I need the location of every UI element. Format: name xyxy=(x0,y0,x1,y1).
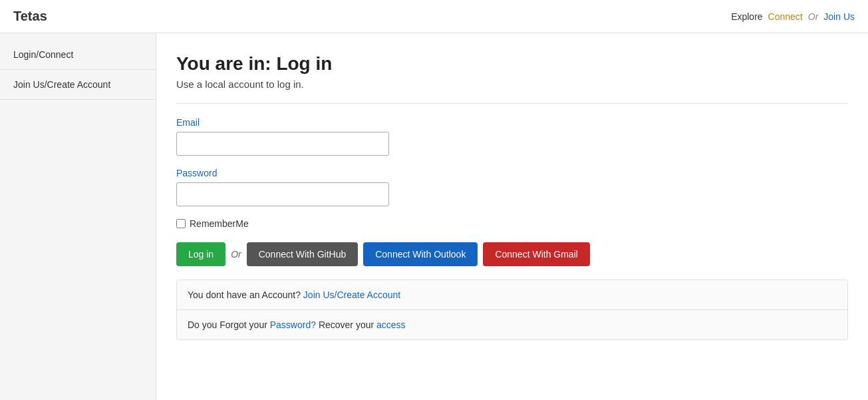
main-content: You are in: Log in Use a local account t… xyxy=(156,33,868,400)
navbar-right: Explore Connect Or Join Us xyxy=(731,11,855,22)
nav-connect[interactable]: Connect xyxy=(768,11,803,22)
remember-me-label: RememberMe xyxy=(190,218,249,229)
forgot-text2: Recover your xyxy=(316,319,376,330)
buttons-row: Log in Or Connect With GitHub Connect Wi… xyxy=(176,242,848,266)
gmail-button[interactable]: Connect With Gmail xyxy=(483,242,589,266)
info-row-forgot: Do you Forgot your Password? Recover you… xyxy=(177,310,847,339)
no-account-text: You dont have an Account? xyxy=(188,290,303,300)
sidebar-item-login[interactable]: Login/Connect xyxy=(0,40,156,70)
navbar: Tetas Explore Connect Or Join Us xyxy=(0,0,868,33)
buttons-or-separator: Or xyxy=(231,249,241,260)
info-box: You dont have an Account? Join Us/Create… xyxy=(176,280,848,340)
join-us-link[interactable]: Join Us/Create Account xyxy=(303,290,400,300)
email-input[interactable] xyxy=(176,132,389,156)
password-label: Password xyxy=(176,168,848,178)
email-label: Email xyxy=(176,117,848,128)
layout: Login/Connect Join Us/Create Account You… xyxy=(0,33,868,400)
forgot-text1: Do you Forgot your xyxy=(188,319,270,330)
page-title: You are in: Log in xyxy=(176,53,848,75)
password-link[interactable]: Password? xyxy=(270,319,316,330)
access-link[interactable]: access xyxy=(376,319,406,330)
password-input[interactable] xyxy=(176,182,389,206)
nav-join-us[interactable]: Join Us xyxy=(823,11,855,22)
github-button[interactable]: Connect With GitHub xyxy=(247,242,359,266)
email-group: Email xyxy=(176,117,848,156)
remember-me-row: RememberMe xyxy=(176,218,848,229)
brand-logo[interactable]: Tetas xyxy=(13,9,47,24)
info-row-no-account: You dont have an Account? Join Us/Create… xyxy=(177,280,847,310)
outlook-button[interactable]: Connect With Outlook xyxy=(363,242,478,266)
divider xyxy=(176,103,848,104)
nav-explore[interactable]: Explore xyxy=(731,11,762,22)
sidebar-item-join[interactable]: Join Us/Create Account xyxy=(0,70,156,100)
remember-me-checkbox[interactable] xyxy=(176,219,186,228)
login-button[interactable]: Log in xyxy=(176,242,225,266)
page-subtitle: Use a local account to log in. xyxy=(176,79,848,90)
password-group: Password xyxy=(176,168,848,206)
sidebar: Login/Connect Join Us/Create Account xyxy=(0,33,156,400)
nav-or: Or xyxy=(808,11,819,22)
